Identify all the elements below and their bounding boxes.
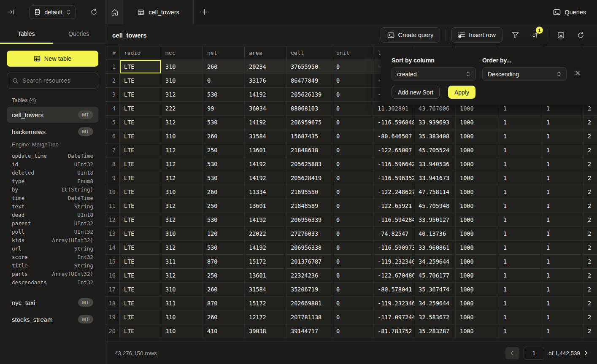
column-header[interactable]: area: [245, 46, 286, 60]
table-cell[interactable]: LTE: [120, 199, 161, 213]
table-cell[interactable]: 32.583672: [414, 310, 456, 324]
download-icon[interactable]: [554, 28, 568, 42]
table-cell[interactable]: 1: [542, 324, 583, 338]
table-cell[interactable]: 35.283287: [414, 324, 456, 338]
prev-page-button[interactable]: [505, 347, 519, 359]
table-cell[interactable]: 86477849: [286, 74, 332, 88]
table-cell[interactable]: 2: [583, 129, 597, 143]
table-cell[interactable]: 21695550: [286, 185, 332, 199]
table-cell[interactable]: 312: [161, 199, 203, 213]
table-cell[interactable]: 0: [332, 88, 373, 102]
table-cell[interactable]: 1: [499, 283, 542, 297]
table-cell[interactable]: 1000: [456, 310, 499, 324]
table-cell[interactable]: 22324236: [286, 269, 332, 283]
table-cell[interactable]: -80.646507: [373, 129, 414, 143]
table-cell[interactable]: -116.596352: [373, 171, 414, 185]
table-cell[interactable]: 1: [499, 297, 542, 310]
table-cell[interactable]: 0: [332, 297, 373, 310]
table-cell[interactable]: 250: [203, 199, 245, 213]
table-cell[interactable]: 14192: [245, 157, 286, 171]
sidebar-item-hackernews[interactable]: hackernews MT: [7, 124, 98, 140]
table-cell[interactable]: 530: [203, 213, 245, 227]
table-cell[interactable]: 31584: [245, 129, 286, 143]
table-cell[interactable]: 312: [161, 143, 203, 157]
refresh-table-icon[interactable]: [573, 28, 588, 42]
table-cell[interactable]: 310: [161, 310, 203, 324]
table-cell[interactable]: 1: [542, 241, 583, 255]
table-cell[interactable]: 205626139: [286, 88, 332, 102]
table-cell[interactable]: 1: [542, 171, 583, 185]
table-cell[interactable]: 201376787: [286, 255, 332, 269]
next-page-button[interactable]: [584, 351, 588, 356]
remove-sort-icon[interactable]: [575, 70, 580, 75]
table-cell[interactable]: 1: [499, 269, 542, 283]
sort-order-select[interactable]: Descending: [482, 67, 567, 81]
table-cell[interactable]: 39038: [245, 324, 286, 338]
table-cell[interactable]: 0: [332, 185, 373, 199]
table-cell[interactable]: 35206719: [286, 283, 332, 297]
table-cell[interactable]: 35.367474: [414, 283, 456, 297]
table-cell[interactable]: 2: [583, 310, 597, 324]
sidebar-item-cell-towers[interactable]: cell_towers MT: [7, 107, 98, 123]
table-cell[interactable]: 2: [583, 283, 597, 297]
table-cell[interactable]: 0: [332, 199, 373, 213]
table-cell[interactable]: 14192: [245, 88, 286, 102]
table-cell[interactable]: 35.383408: [414, 129, 456, 143]
table-cell[interactable]: 1000: [456, 297, 499, 310]
table-cell[interactable]: LTE: [120, 297, 161, 310]
table-cell[interactable]: 15687435: [286, 129, 332, 143]
table-cell[interactable]: 45.706177: [414, 269, 456, 283]
table-cell[interactable]: 312: [161, 157, 203, 171]
sidebar-item-stocks-stream[interactable]: stocks_stream MT: [7, 311, 98, 327]
table-cell[interactable]: -116.594284: [373, 213, 414, 227]
table-cell[interactable]: LTE: [120, 143, 161, 157]
table-cell[interactable]: 260: [203, 283, 245, 297]
row-number-header[interactable]: #: [105, 46, 120, 60]
collapse-sidebar-icon[interactable]: [6, 7, 16, 17]
table-cell[interactable]: 1000: [456, 213, 499, 227]
table-cell[interactable]: 2: [583, 199, 597, 213]
table-cell[interactable]: 33176: [245, 74, 286, 88]
table-cell[interactable]: 0: [332, 74, 373, 88]
table-cell[interactable]: 310: [161, 60, 203, 74]
table-cell[interactable]: 34.259644: [414, 297, 456, 310]
table-cell[interactable]: 33.941673: [414, 171, 456, 185]
sort-column-select[interactable]: created: [392, 67, 476, 81]
table-cell[interactable]: 1000: [456, 241, 499, 255]
page-number-input[interactable]: [524, 347, 544, 360]
table-cell[interactable]: 0: [332, 310, 373, 324]
table-cell[interactable]: 99: [203, 102, 245, 116]
table-cell[interactable]: 1: [542, 283, 583, 297]
table-cell[interactable]: 1: [499, 310, 542, 324]
table-cell[interactable]: 1: [542, 157, 583, 171]
table-cell[interactable]: LTE: [120, 310, 161, 324]
table-cell[interactable]: 2: [583, 157, 597, 171]
table-cell[interactable]: 205625883: [286, 157, 332, 171]
table-cell[interactable]: 33.940536: [414, 157, 456, 171]
table-cell[interactable]: 36034: [245, 102, 286, 116]
table-cell[interactable]: 1: [542, 255, 583, 269]
table-cell[interactable]: 1: [542, 213, 583, 227]
search-resources-input[interactable]: [22, 77, 93, 84]
table-cell[interactable]: 1: [542, 199, 583, 213]
table-cell[interactable]: 206956339: [286, 213, 332, 227]
table-cell[interactable]: 1: [499, 199, 542, 213]
column-header[interactable]: radio: [120, 46, 161, 60]
table-cell[interactable]: 1: [499, 227, 542, 241]
table-cell[interactable]: LTE: [120, 88, 161, 102]
table-cell[interactable]: 222: [161, 102, 203, 116]
table-cell[interactable]: 20234: [245, 60, 286, 74]
table-cell[interactable]: 1000: [456, 116, 499, 129]
table-cell[interactable]: 13601: [245, 199, 286, 213]
table-cell[interactable]: 1: [542, 269, 583, 283]
table-cell[interactable]: 2: [583, 227, 597, 241]
table-cell[interactable]: 120: [203, 227, 245, 241]
table-cell[interactable]: 1000: [456, 269, 499, 283]
table-cell[interactable]: 207781138: [286, 310, 332, 324]
tab-cell-towers[interactable]: cell_towers: [124, 0, 194, 24]
table-cell[interactable]: 1: [542, 129, 583, 143]
table-cell[interactable]: 1: [542, 310, 583, 324]
home-button[interactable]: [105, 0, 124, 24]
table-cell[interactable]: 14192: [245, 213, 286, 227]
table-cell[interactable]: 15172: [245, 297, 286, 310]
